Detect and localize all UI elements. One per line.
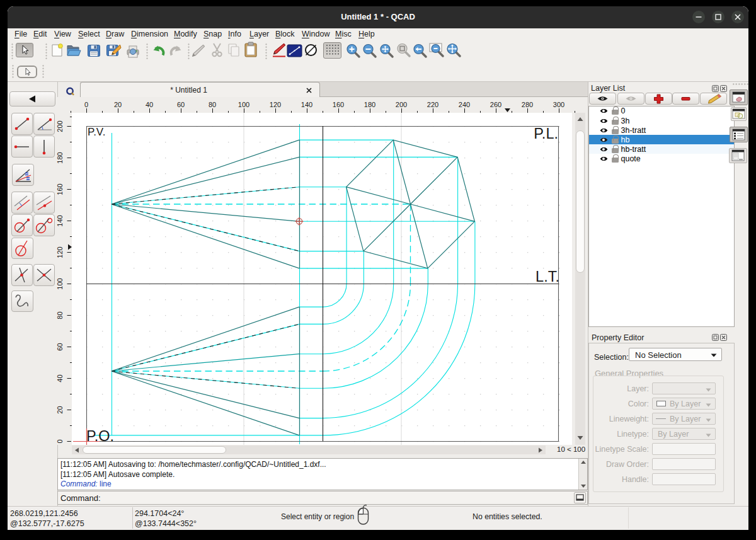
svg-text:200: 200 <box>57 120 64 132</box>
svg-text:0: 0 <box>84 101 88 108</box>
svg-text:120: 120 <box>270 101 281 108</box>
svg-text:80: 80 <box>209 101 216 108</box>
svg-text:180: 180 <box>57 152 64 163</box>
svg-text:40: 40 <box>146 101 153 108</box>
svg-text:20: 20 <box>114 101 122 108</box>
svg-text:0: 0 <box>57 439 64 443</box>
svg-text:60: 60 <box>177 101 185 108</box>
svg-text:200: 200 <box>396 101 407 108</box>
svg-text:120: 120 <box>57 246 64 258</box>
svg-text:80: 80 <box>57 311 64 319</box>
svg-text:260: 260 <box>490 101 501 108</box>
svg-text:280: 280 <box>522 101 533 108</box>
svg-text:160: 160 <box>333 101 344 108</box>
svg-text:300: 300 <box>553 101 564 108</box>
svg-text:140: 140 <box>57 215 64 226</box>
svg-text:P.V.: P.V. <box>88 126 105 138</box>
svg-text:180: 180 <box>364 101 375 108</box>
svg-text:P.L.: P.L. <box>534 125 558 142</box>
svg-text:100: 100 <box>57 278 64 289</box>
svg-text:100: 100 <box>238 101 249 108</box>
svg-text:20: 20 <box>57 406 64 413</box>
svg-text:40: 40 <box>57 374 64 382</box>
svg-text:160: 160 <box>57 183 64 195</box>
svg-text:L.T.: L.T. <box>536 268 559 285</box>
svg-text:60: 60 <box>57 343 64 350</box>
svg-text:220: 220 <box>427 101 438 108</box>
svg-text:140: 140 <box>301 101 312 108</box>
svg-text:240: 240 <box>459 101 470 108</box>
